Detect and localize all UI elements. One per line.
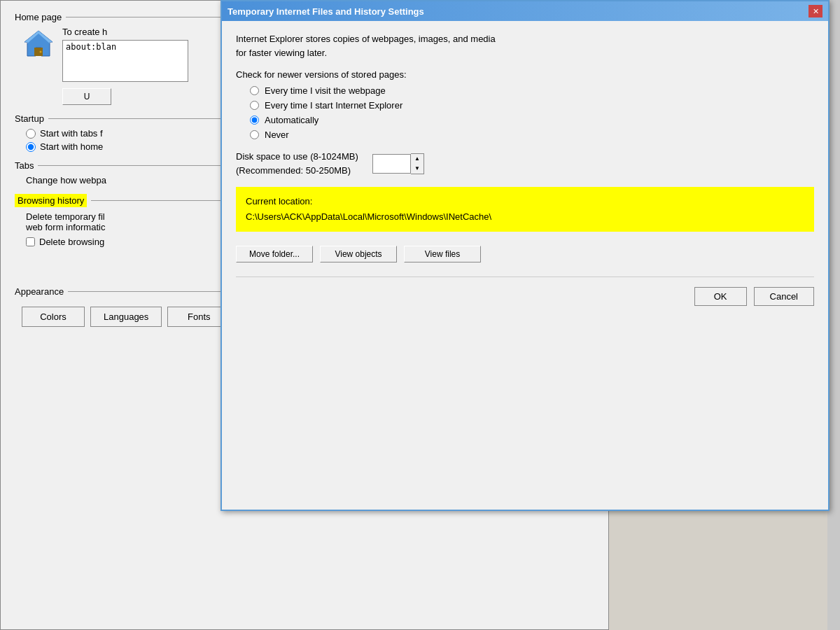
browsing-history-label: Browsing history [15, 194, 87, 207]
spinner-buttons: ▲ ▼ [411, 153, 424, 174]
delete-browsing-label: Delete browsing [39, 237, 104, 247]
radio-never: Never [250, 130, 814, 140]
spinner-down-button[interactable]: ▼ [411, 164, 424, 174]
ok-button[interactable]: OK [694, 287, 747, 306]
delete-browsing-checkbox[interactable] [26, 237, 35, 246]
radio-every-visit-label: Every time I visit the webpage [265, 85, 386, 96]
radio-every-visit: Every time I visit the webpage [250, 85, 814, 96]
disk-space-label: Disk space to use (8-1024MB) (Recommende… [236, 150, 358, 177]
move-folder-button[interactable]: Move folder... [236, 246, 313, 262]
radio-every-start: Every time I start Internet Explorer [250, 100, 814, 111]
disk-space-spinner: 250 ▲ ▼ [372, 153, 424, 174]
disk-space-input[interactable]: 250 [372, 154, 411, 174]
home-page-url-input[interactable]: about:blan [62, 40, 188, 82]
house-icon [22, 27, 55, 60]
settings-dialog-titlebar: Temporary Internet Files and History Set… [222, 1, 828, 21]
settings-dialog-body: Internet Explorer stores copies of webpa… [222, 21, 828, 317]
disk-space-row: Disk space to use (8-1024MB) (Recommende… [236, 150, 814, 177]
radio-every-start-label: Every time I start Internet Explorer [265, 100, 402, 111]
settings-dialog: Temporary Internet Files and History Set… [220, 0, 830, 511]
view-objects-button[interactable]: View objects [320, 246, 397, 262]
tabs-description: Change how webpa [26, 175, 106, 186]
radio-every-start-input[interactable] [250, 101, 259, 110]
radio-every-visit-input[interactable] [250, 86, 259, 95]
startup-tabs-label: Start with tabs f [40, 128, 103, 139]
dialog-action-buttons: Move folder... View objects View files [236, 246, 814, 262]
radio-automatically: Automatically [250, 115, 814, 125]
current-location-box: Current location: C:\Users\ACK\AppData\L… [236, 187, 814, 232]
view-files-button[interactable]: View files [404, 246, 481, 262]
settings-intro-text: Internet Explorer stores copies of webpa… [236, 32, 814, 59]
startup-tabs-radio[interactable] [26, 129, 36, 139]
check-newer-radio-group: Every time I visit the webpage Every tim… [236, 85, 814, 140]
radio-never-input[interactable] [250, 130, 259, 139]
current-location-title: Current location: [246, 194, 804, 209]
startup-home-label: Start with home [40, 141, 103, 152]
radio-automatically-input[interactable] [250, 115, 259, 125]
colors-button[interactable]: Colors [22, 307, 85, 327]
cancel-button[interactable]: Cancel [754, 287, 814, 306]
current-location-path: C:\Users\ACK\AppData\Local\Microsoft\Win… [246, 209, 804, 225]
svg-point-3 [40, 51, 42, 53]
settings-dialog-title: Temporary Internet Files and History Set… [227, 6, 808, 17]
radio-never-label: Never [265, 130, 289, 140]
radio-automatically-label: Automatically [265, 115, 318, 125]
languages-button[interactable]: Languages [90, 307, 162, 327]
dialog-bottom-buttons: OK Cancel [236, 276, 814, 306]
home-page-use-button[interactable]: U [62, 88, 111, 105]
spinner-up-button[interactable]: ▲ [411, 154, 424, 164]
check-newer-label: Check for newer versions of stored pages… [236, 69, 814, 80]
startup-home-radio[interactable] [26, 142, 36, 152]
close-button[interactable]: ✕ [808, 5, 822, 18]
